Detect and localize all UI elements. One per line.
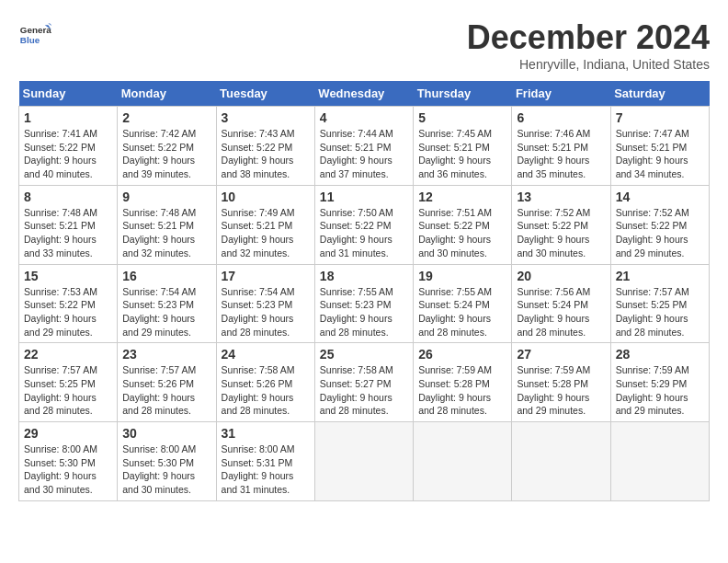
day-number: 19 <box>418 269 506 283</box>
day-info: Sunrise: 7:44 AM Sunset: 5:21 PM Dayligh… <box>320 127 408 181</box>
day-number: 31 <box>222 426 310 441</box>
col-monday: Monday <box>118 81 216 107</box>
day-number: 6 <box>517 110 605 125</box>
calendar-cell <box>314 422 413 501</box>
header-row: Sunday Monday Tuesday Wednesday Thursday… <box>19 81 710 107</box>
calendar-cell: 30 Sunrise: 8:00 AM Sunset: 5:30 PM Dayl… <box>118 422 216 501</box>
calendar-week-4: 29 Sunrise: 8:00 AM Sunset: 5:30 PM Dayl… <box>19 422 710 501</box>
day-info: Sunrise: 7:52 AM Sunset: 5:22 PM Dayligh… <box>616 206 704 260</box>
calendar-cell: 9 Sunrise: 7:48 AM Sunset: 5:21 PM Dayli… <box>118 185 216 264</box>
calendar-cell: 7 Sunrise: 7:47 AM Sunset: 5:21 PM Dayli… <box>610 107 709 186</box>
day-info: Sunrise: 7:46 AM Sunset: 5:21 PM Dayligh… <box>517 127 605 181</box>
day-info: Sunrise: 7:47 AM Sunset: 5:21 PM Dayligh… <box>616 127 704 181</box>
calendar-cell: 10 Sunrise: 7:49 AM Sunset: 5:21 PM Dayl… <box>216 185 314 264</box>
day-number: 21 <box>616 269 704 283</box>
calendar-cell: 18 Sunrise: 7:55 AM Sunset: 5:23 PM Dayl… <box>314 264 413 343</box>
day-info: Sunrise: 7:41 AM Sunset: 5:22 PM Dayligh… <box>24 127 112 181</box>
calendar-cell: 6 Sunrise: 7:46 AM Sunset: 5:21 PM Dayli… <box>512 107 610 186</box>
calendar-table: Sunday Monday Tuesday Wednesday Thursday… <box>18 81 710 501</box>
calendar-cell <box>512 422 610 501</box>
day-info: Sunrise: 7:59 AM Sunset: 5:28 PM Dayligh… <box>517 363 605 418</box>
calendar-cell: 22 Sunrise: 7:57 AM Sunset: 5:25 PM Dayl… <box>19 343 118 422</box>
logo: General Blue <box>18 18 51 52</box>
day-info: Sunrise: 7:48 AM Sunset: 5:21 PM Dayligh… <box>122 206 210 260</box>
day-number: 16 <box>122 269 210 283</box>
day-info: Sunrise: 7:48 AM Sunset: 5:21 PM Dayligh… <box>24 206 112 260</box>
day-info: Sunrise: 7:43 AM Sunset: 5:22 PM Dayligh… <box>222 127 310 181</box>
day-number: 12 <box>418 190 506 204</box>
calendar-week-1: 8 Sunrise: 7:48 AM Sunset: 5:21 PM Dayli… <box>19 185 710 264</box>
calendar-cell: 29 Sunrise: 8:00 AM Sunset: 5:30 PM Dayl… <box>19 422 118 501</box>
day-number: 8 <box>24 190 112 204</box>
page-header: General Blue December 2024 Henryville, I… <box>18 18 710 72</box>
calendar-cell: 12 Sunrise: 7:51 AM Sunset: 5:22 PM Dayl… <box>414 185 512 264</box>
day-number: 23 <box>122 347 210 362</box>
day-number: 7 <box>616 110 704 125</box>
calendar-cell: 2 Sunrise: 7:42 AM Sunset: 5:22 PM Dayli… <box>118 107 216 186</box>
calendar-cell: 13 Sunrise: 7:52 AM Sunset: 5:22 PM Dayl… <box>512 185 610 264</box>
day-info: Sunrise: 7:55 AM Sunset: 5:24 PM Dayligh… <box>418 285 506 339</box>
col-saturday: Saturday <box>610 81 709 107</box>
calendar-cell: 3 Sunrise: 7:43 AM Sunset: 5:22 PM Dayli… <box>216 107 314 186</box>
day-info: Sunrise: 7:52 AM Sunset: 5:22 PM Dayligh… <box>517 206 605 260</box>
calendar-cell: 19 Sunrise: 7:55 AM Sunset: 5:24 PM Dayl… <box>414 264 512 343</box>
day-info: Sunrise: 7:51 AM Sunset: 5:22 PM Dayligh… <box>418 206 506 260</box>
day-number: 27 <box>517 347 605 362</box>
day-info: Sunrise: 7:45 AM Sunset: 5:21 PM Dayligh… <box>418 127 506 181</box>
day-number: 1 <box>24 110 112 125</box>
day-number: 29 <box>24 426 112 441</box>
day-info: Sunrise: 7:59 AM Sunset: 5:29 PM Dayligh… <box>616 363 704 418</box>
day-number: 17 <box>222 269 310 283</box>
day-info: Sunrise: 8:00 AM Sunset: 5:31 PM Dayligh… <box>222 442 310 497</box>
day-number: 5 <box>418 110 506 125</box>
day-info: Sunrise: 7:58 AM Sunset: 5:26 PM Dayligh… <box>222 363 310 418</box>
day-number: 13 <box>517 190 605 204</box>
calendar-cell: 4 Sunrise: 7:44 AM Sunset: 5:21 PM Dayli… <box>314 107 413 186</box>
day-number: 11 <box>320 190 408 204</box>
day-number: 26 <box>418 347 506 362</box>
calendar-cell: 20 Sunrise: 7:56 AM Sunset: 5:24 PM Dayl… <box>512 264 610 343</box>
calendar-week-3: 22 Sunrise: 7:57 AM Sunset: 5:25 PM Dayl… <box>19 343 710 422</box>
col-sunday: Sunday <box>19 81 118 107</box>
day-number: 18 <box>320 269 408 283</box>
calendar-cell: 21 Sunrise: 7:57 AM Sunset: 5:25 PM Dayl… <box>610 264 709 343</box>
day-info: Sunrise: 7:57 AM Sunset: 5:25 PM Dayligh… <box>616 285 704 339</box>
day-info: Sunrise: 7:54 AM Sunset: 5:23 PM Dayligh… <box>122 285 210 339</box>
calendar-cell: 1 Sunrise: 7:41 AM Sunset: 5:22 PM Dayli… <box>19 107 118 186</box>
calendar-cell: 8 Sunrise: 7:48 AM Sunset: 5:21 PM Dayli… <box>19 185 118 264</box>
col-wednesday: Wednesday <box>314 81 413 107</box>
day-info: Sunrise: 8:00 AM Sunset: 5:30 PM Dayligh… <box>122 442 210 497</box>
day-info: Sunrise: 7:50 AM Sunset: 5:22 PM Dayligh… <box>320 206 408 260</box>
day-info: Sunrise: 7:56 AM Sunset: 5:24 PM Dayligh… <box>517 285 605 339</box>
day-info: Sunrise: 7:53 AM Sunset: 5:22 PM Dayligh… <box>24 285 112 339</box>
calendar-cell: 24 Sunrise: 7:58 AM Sunset: 5:26 PM Dayl… <box>216 343 314 422</box>
day-number: 10 <box>222 190 310 204</box>
location: Henryville, Indiana, United States <box>467 57 710 72</box>
calendar-cell: 14 Sunrise: 7:52 AM Sunset: 5:22 PM Dayl… <box>610 185 709 264</box>
day-number: 9 <box>122 190 210 204</box>
month-title: December 2024 <box>467 18 710 57</box>
day-info: Sunrise: 7:57 AM Sunset: 5:25 PM Dayligh… <box>24 363 112 418</box>
calendar-week-0: 1 Sunrise: 7:41 AM Sunset: 5:22 PM Dayli… <box>19 107 710 186</box>
day-number: 3 <box>222 110 310 125</box>
svg-text:General: General <box>20 25 51 35</box>
day-info: Sunrise: 7:59 AM Sunset: 5:28 PM Dayligh… <box>418 363 506 418</box>
day-number: 15 <box>24 269 112 283</box>
calendar-cell: 16 Sunrise: 7:54 AM Sunset: 5:23 PM Dayl… <box>118 264 216 343</box>
calendar-cell: 28 Sunrise: 7:59 AM Sunset: 5:29 PM Dayl… <box>610 343 709 422</box>
calendar-cell: 17 Sunrise: 7:54 AM Sunset: 5:23 PM Dayl… <box>216 264 314 343</box>
calendar-cell: 26 Sunrise: 7:59 AM Sunset: 5:28 PM Dayl… <box>414 343 512 422</box>
day-info: Sunrise: 7:54 AM Sunset: 5:23 PM Dayligh… <box>222 285 310 339</box>
day-number: 28 <box>616 347 704 362</box>
day-number: 2 <box>122 110 210 125</box>
day-info: Sunrise: 7:49 AM Sunset: 5:21 PM Dayligh… <box>222 206 310 260</box>
calendar-week-2: 15 Sunrise: 7:53 AM Sunset: 5:22 PM Dayl… <box>19 264 710 343</box>
day-number: 20 <box>517 269 605 283</box>
calendar-cell: 27 Sunrise: 7:59 AM Sunset: 5:28 PM Dayl… <box>512 343 610 422</box>
col-thursday: Thursday <box>414 81 512 107</box>
day-number: 30 <box>122 426 210 441</box>
calendar-cell: 31 Sunrise: 8:00 AM Sunset: 5:31 PM Dayl… <box>216 422 314 501</box>
calendar-cell: 25 Sunrise: 7:58 AM Sunset: 5:27 PM Dayl… <box>314 343 413 422</box>
calendar-cell: 15 Sunrise: 7:53 AM Sunset: 5:22 PM Dayl… <box>19 264 118 343</box>
day-info: Sunrise: 7:42 AM Sunset: 5:22 PM Dayligh… <box>122 127 210 181</box>
